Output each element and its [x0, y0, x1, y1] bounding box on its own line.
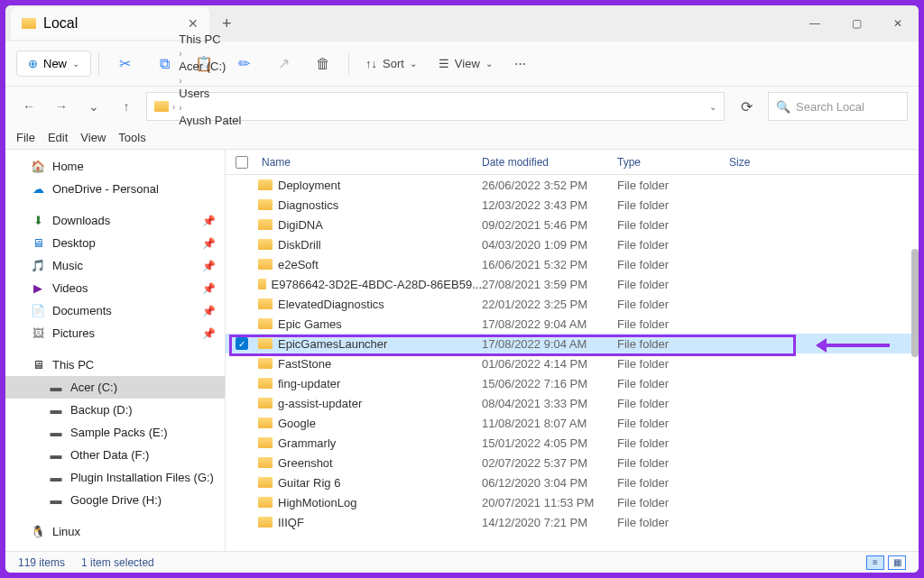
- back-button[interactable]: ←: [16, 94, 42, 119]
- window-controls: — ▢ ✕: [794, 5, 919, 41]
- explorer-window: Local ✕ + — ▢ ✕ ⊕ New ⌄ ✂ ⧉ 📋 ✏ ↗ 🗑 ↑↓So…: [5, 5, 919, 573]
- view-button[interactable]: ☰View⌄: [430, 51, 502, 76]
- file-row[interactable]: Google 11/08/2021 8:07 AM File folder: [226, 413, 919, 433]
- file-row[interactable]: E9786642-3D2E-4BDC-A28D-86EB59... 27/08/…: [226, 274, 919, 294]
- file-row[interactable]: Diagnostics 12/03/2022 3:43 PM File fold…: [226, 195, 919, 215]
- menu-tools[interactable]: Tools: [118, 131, 145, 144]
- search-input[interactable]: 🔍 Search Local: [768, 92, 908, 121]
- file-row[interactable]: e2eSoft 16/06/2021 5:32 PM File folder: [226, 254, 919, 274]
- new-tab-button[interactable]: +: [209, 14, 245, 33]
- recent-button[interactable]: ⌄: [81, 94, 106, 119]
- sidebar-item[interactable]: ▶Videos📌: [5, 277, 225, 299]
- file-type: File folder: [617, 258, 729, 271]
- copy-icon[interactable]: ⧉: [146, 48, 182, 80]
- file-type: File folder: [617, 337, 729, 351]
- up-button[interactable]: ↑: [114, 94, 139, 119]
- menu-edit[interactable]: Edit: [48, 131, 68, 144]
- sidebar-this-pc[interactable]: 🖥This PC: [5, 353, 225, 376]
- sidebar-linux[interactable]: 🐧Linux: [5, 520, 225, 543]
- crumb-this-pc[interactable]: This PC: [179, 32, 241, 46]
- file-type: File folder: [617, 417, 729, 430]
- file-type: File folder: [617, 377, 729, 390]
- file-date: 17/08/2022 9:04 AM: [482, 337, 617, 351]
- file-type: File folder: [617, 357, 729, 371]
- crumb-acer--c--[interactable]: Acer (C:): [179, 60, 241, 73]
- status-bar: 119 items 1 item selected ≡ ▦: [5, 551, 919, 573]
- file-type: File folder: [617, 436, 729, 450]
- file-row[interactable]: Epic Games 17/08/2022 9:04 AM File folde…: [226, 314, 919, 334]
- folder-icon: [258, 477, 273, 488]
- file-type: File folder: [617, 456, 729, 470]
- file-row[interactable]: FastStone 01/06/2022 4:14 PM File folder: [226, 353, 919, 373]
- file-date: 16/06/2021 5:32 PM: [482, 258, 617, 271]
- menu-view[interactable]: View: [80, 131, 106, 144]
- column-size[interactable]: Size: [729, 156, 919, 169]
- file-row[interactable]: Grammarly 15/01/2022 4:05 PM File folder: [226, 433, 919, 453]
- minimize-button[interactable]: —: [794, 5, 836, 41]
- cut-icon[interactable]: ✂: [106, 48, 143, 80]
- file-row[interactable]: fing-updater 15/06/2022 7:16 PM File fol…: [226, 373, 919, 393]
- status-selected: 1 item selected: [81, 556, 154, 569]
- sidebar-item[interactable]: 📄Documents📌: [5, 299, 225, 322]
- sidebar-drive[interactable]: ▬Backup (D:): [5, 399, 225, 421]
- file-row[interactable]: g-assist-updater 08/04/2021 3:33 PM File…: [226, 393, 919, 413]
- file-date: 27/08/2021 3:59 PM: [482, 278, 617, 291]
- file-row[interactable]: Greenshot 02/07/2022 5:37 PM File folder: [226, 453, 919, 472]
- scrollbar[interactable]: [911, 249, 919, 357]
- sidebar-item[interactable]: ⬇Downloads📌: [5, 209, 225, 232]
- sidebar-item[interactable]: ☁OneDrive - Personal: [5, 178, 225, 200]
- delete-icon[interactable]: 🗑: [305, 48, 341, 80]
- menu-file[interactable]: File: [16, 131, 35, 144]
- sidebar-drive[interactable]: ▬Other Data (F:): [5, 444, 225, 466]
- row-checkbox[interactable]: ✓: [236, 337, 248, 350]
- sidebar-item[interactable]: 🖼Pictures📌: [5, 322, 225, 344]
- file-row[interactable]: DigiDNA 09/02/2021 5:46 PM File folder: [226, 215, 919, 234]
- close-window-button[interactable]: ✕: [877, 5, 919, 41]
- file-name: Greenshot: [278, 456, 333, 470]
- file-type: File folder: [617, 298, 729, 311]
- file-row[interactable]: HighMotionLog 20/07/2021 11:53 PM File f…: [226, 492, 919, 512]
- file-row[interactable]: IIIQF 14/12/2020 7:21 PM File folder: [226, 512, 919, 532]
- folder-icon: [258, 179, 273, 190]
- file-date: 02/07/2022 5:37 PM: [482, 456, 617, 470]
- file-name: Deployment: [278, 179, 340, 192]
- share-icon[interactable]: ↗: [265, 48, 301, 80]
- column-date[interactable]: Date modified: [482, 156, 617, 169]
- file-name: ElevatedDiagnostics: [278, 298, 384, 311]
- breadcrumb[interactable]: › This PC› Acer (C:)› Users› Ayush Patel…: [146, 92, 725, 121]
- column-name[interactable]: Name: [258, 156, 482, 169]
- more-button[interactable]: ⋯: [505, 51, 535, 76]
- crumb-users[interactable]: Users: [179, 87, 241, 100]
- details-view-button[interactable]: ≡: [866, 555, 884, 570]
- file-date: 08/04/2021 3:33 PM: [482, 397, 617, 410]
- file-list[interactable]: Deployment 26/06/2022 3:52 PM File folde…: [226, 175, 919, 551]
- select-all-checkbox[interactable]: [236, 156, 248, 169]
- file-row[interactable]: Deployment 26/06/2022 3:52 PM File folde…: [226, 175, 919, 195]
- sidebar-item[interactable]: 🏠Home: [5, 155, 225, 178]
- sidebar-drive[interactable]: ▬Sample Packs (E:): [5, 421, 225, 444]
- sidebar-drive[interactable]: ▬Google Drive (H:): [5, 489, 225, 511]
- file-row[interactable]: Guitar Rig 6 06/12/2020 3:04 PM File fol…: [226, 472, 919, 492]
- file-name: IIIQF: [278, 516, 304, 529]
- sort-button[interactable]: ↑↓Sort⌄: [356, 51, 426, 76]
- file-type: File folder: [617, 496, 729, 509]
- file-type: File folder: [617, 397, 729, 410]
- close-tab-button[interactable]: ✕: [188, 16, 199, 31]
- file-date: 06/12/2020 3:04 PM: [482, 476, 617, 490]
- file-row[interactable]: DiskDrill 04/03/2020 1:09 PM File folder: [226, 234, 919, 254]
- crumb-ayush-patel[interactable]: Ayush Patel: [179, 114, 241, 127]
- file-type: File folder: [617, 278, 729, 291]
- sidebar-drive[interactable]: ▬Acer (C:): [5, 376, 225, 399]
- column-type[interactable]: Type: [617, 156, 729, 169]
- refresh-button[interactable]: ⟳: [732, 98, 761, 115]
- file-date: 15/01/2022 4:05 PM: [482, 436, 617, 450]
- forward-button[interactable]: →: [49, 94, 74, 119]
- file-row[interactable]: ElevatedDiagnostics 22/01/2022 3:25 PM F…: [226, 294, 919, 314]
- maximize-button[interactable]: ▢: [836, 5, 877, 41]
- sidebar-drive[interactable]: ▬Plugin Installation Files (G:): [5, 466, 225, 489]
- sidebar-item[interactable]: 🎵Music📌: [5, 254, 225, 277]
- new-button[interactable]: ⊕ New ⌄: [16, 50, 91, 77]
- sidebar-item[interactable]: 🖥Desktop📌: [5, 232, 225, 254]
- icons-view-button[interactable]: ▦: [888, 555, 906, 570]
- file-date: 11/08/2021 8:07 AM: [482, 417, 617, 430]
